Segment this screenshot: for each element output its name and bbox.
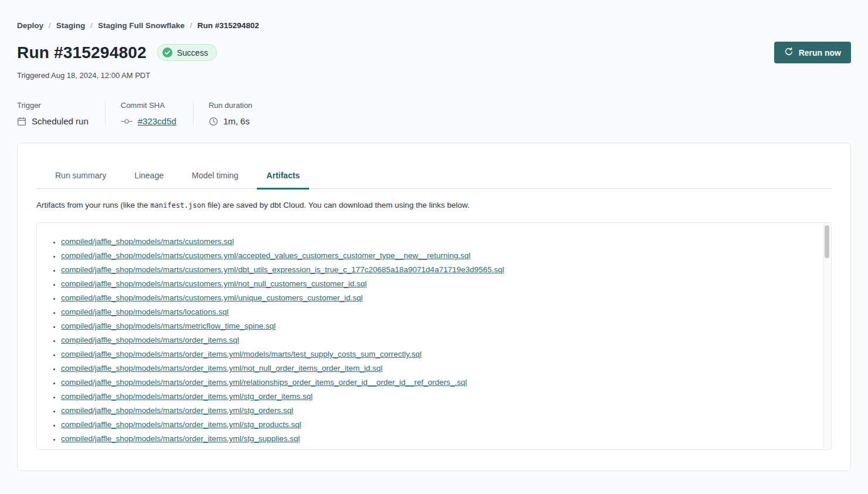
tab-bar: Run summary Lineage Model timing Artifac…	[36, 171, 832, 189]
artifacts-description-text: file) are saved by dbt Cloud. You can do…	[205, 201, 469, 209]
artifact-file-item: compiled/jaffle_shop/models/marts/order_…	[61, 446, 813, 450]
artifact-file-link[interactable]: compiled/jaffle_shop/models/marts/order_…	[61, 392, 313, 401]
artifact-file-link[interactable]: compiled/jaffle_shop/models/marts/metric…	[61, 322, 276, 330]
manifest-json-code: manifest.json	[150, 201, 205, 209]
rerun-now-label: Rerun now	[799, 48, 841, 57]
commit-info: Commit SHA #323cd5d	[105, 101, 193, 126]
page-title: Run #315294802	[17, 43, 147, 63]
tab-model-timing[interactable]: Model timing	[182, 171, 247, 188]
breadcrumb-link-deploy[interactable]: Deploy	[17, 21, 43, 30]
breadcrumb-separator: /	[90, 21, 93, 30]
artifact-file-link[interactable]: compiled/jaffle_shop/models/marts/order_…	[61, 336, 239, 344]
artifact-file-item: compiled/jaffle_shop/models/marts/order_…	[61, 418, 813, 432]
artifact-file-item: compiled/jaffle_shop/models/marts/order_…	[61, 432, 813, 446]
breadcrumb-separator: /	[49, 21, 51, 30]
artifact-file-link[interactable]: compiled/jaffle_shop/models/marts/order_…	[61, 350, 422, 358]
check-circle-icon	[162, 48, 172, 57]
artifact-file-item: compiled/jaffle_shop/models/marts/order_…	[61, 347, 813, 361]
artifact-file-item: compiled/jaffle_shop/models/marts/order_…	[61, 333, 813, 347]
artifact-file-item: compiled/jaffle_shop/models/marts/order_…	[61, 390, 813, 404]
run-detail-page: Deploy / Staging / Staging Full Snowflak…	[0, 0, 868, 471]
artifact-file-link[interactable]: compiled/jaffle_shop/models/marts/order_…	[61, 448, 379, 450]
artifact-file-link[interactable]: compiled/jaffle_shop/models/marts/custom…	[61, 279, 367, 288]
tab-artifacts[interactable]: Artifacts	[257, 171, 309, 188]
artifact-file-link[interactable]: compiled/jaffle_shop/models/marts/custom…	[61, 265, 504, 274]
artifact-file-item: compiled/jaffle_shop/models/marts/custom…	[61, 263, 813, 277]
artifact-file-item: compiled/jaffle_shop/models/marts/custom…	[61, 277, 813, 291]
page-header: Run #315294802 Success Rerun now	[17, 42, 851, 63]
commit-label: Commit SHA	[121, 101, 177, 110]
artifact-file-link[interactable]: compiled/jaffle_shop/models/marts/order_…	[61, 434, 300, 443]
commit-sha-link[interactable]: #323cd5d	[138, 116, 177, 126]
tab-run-summary[interactable]: Run summary	[46, 171, 116, 188]
scrollbar-thumb[interactable]	[825, 225, 829, 258]
status-badge: Success	[157, 44, 217, 61]
run-detail-card: Run summary Lineage Model timing Artifac…	[17, 143, 851, 471]
breadcrumb: Deploy / Staging / Staging Full Snowflak…	[17, 0, 851, 30]
refresh-icon	[784, 47, 794, 58]
breadcrumb-link-job[interactable]: Staging Full Snowflake	[98, 21, 185, 30]
artifacts-description: Artifacts from your runs (like the manif…	[36, 199, 832, 211]
artifact-file-item: compiled/jaffle_shop/models/marts/custom…	[61, 249, 813, 263]
trigger-value: Scheduled run	[32, 116, 89, 126]
artifact-file-link[interactable]: compiled/jaffle_shop/models/marts/custom…	[61, 251, 470, 260]
breadcrumb-current-run: Run #315294802	[198, 21, 259, 30]
artifact-file-item: compiled/jaffle_shop/models/marts/locati…	[61, 305, 813, 319]
artifact-file-link[interactable]: compiled/jaffle_shop/models/marts/order_…	[61, 378, 467, 387]
artifact-file-link[interactable]: compiled/jaffle_shop/models/marts/custom…	[61, 237, 234, 246]
artifact-file-list: compiled/jaffle_shop/models/marts/custom…	[37, 223, 831, 450]
artifact-file-link[interactable]: compiled/jaffle_shop/models/marts/custom…	[61, 293, 362, 302]
rerun-now-button[interactable]: Rerun now	[774, 42, 851, 63]
artifact-file-item: compiled/jaffle_shop/models/marts/custom…	[61, 235, 813, 249]
clock-icon	[209, 117, 218, 126]
artifact-file-link[interactable]: compiled/jaffle_shop/models/marts/locati…	[61, 307, 229, 316]
artifact-file-link[interactable]: compiled/jaffle_shop/models/marts/order_…	[61, 420, 301, 429]
artifact-file-link[interactable]: compiled/jaffle_shop/models/marts/order_…	[61, 406, 293, 415]
artifact-file-link[interactable]: compiled/jaffle_shop/models/marts/order_…	[61, 364, 382, 373]
artifact-file-item: compiled/jaffle_shop/models/marts/metric…	[61, 319, 813, 333]
breadcrumb-separator: /	[190, 21, 192, 30]
artifact-file-item: compiled/jaffle_shop/models/marts/order_…	[61, 375, 813, 390]
trigger-label: Trigger	[17, 101, 89, 110]
duration-label: Run duration	[209, 101, 252, 110]
duration-info: Run duration 1m, 6s	[193, 101, 269, 126]
run-info-row: Trigger Scheduled run Commit SHA	[17, 101, 851, 126]
artifacts-description-text: Artifacts from your runs (like the	[36, 201, 150, 209]
status-badge-label: Success	[177, 48, 208, 57]
scrollbar-track[interactable]	[823, 224, 830, 449]
artifact-file-box: compiled/jaffle_shop/models/marts/custom…	[36, 222, 832, 450]
tab-lineage[interactable]: Lineage	[125, 171, 173, 188]
artifact-file-item: compiled/jaffle_shop/models/marts/custom…	[61, 291, 813, 305]
calendar-icon	[17, 117, 26, 126]
git-commit-icon	[121, 118, 133, 125]
trigger-info: Trigger Scheduled run	[17, 101, 105, 126]
duration-value: 1m, 6s	[223, 116, 250, 126]
triggered-timestamp: Triggered Aug 18, 2024, 12:00 AM PDT	[17, 71, 851, 80]
artifact-file-item: compiled/jaffle_shop/models/marts/order_…	[61, 404, 813, 418]
artifact-file-item: compiled/jaffle_shop/models/marts/order_…	[61, 361, 813, 375]
breadcrumb-link-staging[interactable]: Staging	[56, 21, 86, 30]
